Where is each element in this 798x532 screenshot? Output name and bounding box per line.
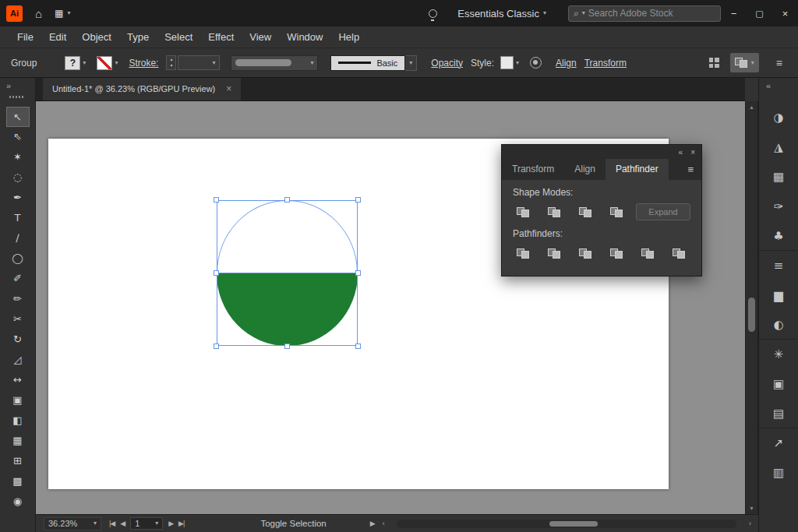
vertical-scrollbar[interactable]: ▲ ▼	[745, 101, 758, 514]
expand-button[interactable]: Expand	[636, 203, 690, 220]
line-segment-tool[interactable]: ∕	[7, 227, 29, 248]
brushes-panel-icon[interactable]: ✑	[759, 192, 798, 221]
selection-handle[interactable]	[355, 344, 361, 349]
rotate-tool[interactable]: ↻	[7, 329, 29, 349]
scroll-left-icon[interactable]: ‹	[383, 520, 384, 527]
arrange-documents-switcher[interactable]: ▦ ▾	[55, 8, 70, 19]
selection-handle[interactable]	[355, 270, 361, 276]
gradient-panel-icon[interactable]: ▆	[759, 280, 798, 310]
next-artboard-button[interactable]: ▶	[168, 520, 173, 527]
lasso-tool[interactable]: ◌	[7, 167, 29, 187]
width-profile-select[interactable]: ▾	[231, 55, 318, 71]
outline-button[interactable]	[637, 245, 658, 262]
fill-swatch[interactable]: ?	[65, 56, 80, 70]
layers-panel-icon[interactable]: ▤	[759, 399, 798, 428]
free-transform-tool[interactable]: ▣	[7, 389, 29, 410]
menu-item[interactable]: Help	[330, 26, 367, 48]
intersect-button[interactable]	[575, 203, 595, 220]
transform-label[interactable]: Transform	[584, 58, 627, 69]
eyedropper-tool[interactable]: ◉	[7, 491, 29, 511]
pen-tool[interactable]: ✒	[7, 187, 29, 207]
status-display[interactable]: Toggle Selection	[260, 519, 326, 528]
shape-builder-tool[interactable]: ◧	[7, 410, 29, 430]
menu-item[interactable]: Effect	[200, 26, 242, 48]
graphic-styles-panel-icon[interactable]: ▣	[759, 369, 798, 399]
brush-definition-chevron[interactable]: ▾	[405, 55, 417, 71]
type-tool[interactable]: T	[7, 207, 29, 227]
first-artboard-button[interactable]: |◀	[109, 520, 115, 527]
crop-button[interactable]	[606, 245, 627, 262]
selected-shape[interactable]	[217, 200, 358, 346]
menu-item[interactable]: Window	[279, 26, 330, 48]
stroke-none-swatch[interactable]	[97, 56, 112, 70]
width-tool[interactable]: ↔	[7, 369, 29, 389]
minus-front-button[interactable]	[544, 203, 564, 220]
minimize-button[interactable]: −	[721, 0, 747, 26]
menu-item[interactable]: Type	[119, 26, 157, 48]
expand-toolbar-icon[interactable]: »	[6, 81, 11, 90]
selection-handle[interactable]	[355, 197, 361, 203]
merge-button[interactable]	[575, 245, 595, 262]
drag-grip-icon[interactable]	[9, 96, 25, 98]
menu-item[interactable]: Object	[74, 26, 119, 48]
graphic-style-swatch[interactable]	[500, 56, 514, 69]
shape-modes-quick-button[interactable]: ▾	[730, 53, 759, 72]
menu-item[interactable]: File	[9, 26, 41, 48]
trim-button[interactable]	[544, 245, 564, 262]
minus-back-button[interactable]	[669, 245, 689, 262]
tab-transform[interactable]: Transform	[502, 159, 564, 180]
transparency-panel-icon[interactable]: ◐	[759, 310, 798, 340]
selection-tool[interactable]: ↖	[7, 107, 29, 126]
vertical-scroll-thumb[interactable]	[748, 298, 755, 332]
horizontal-scrollbar[interactable]	[397, 520, 736, 528]
last-artboard-button[interactable]: ▶|	[178, 520, 184, 527]
gradient-tool[interactable]: ▩	[7, 470, 29, 491]
panel-menu-icon[interactable]: ≡	[687, 159, 701, 180]
scroll-right-icon[interactable]: ›	[749, 520, 750, 527]
status-menu-arrow-icon[interactable]: ▶	[370, 520, 375, 527]
stroke-weight-select[interactable]: ▾	[178, 55, 220, 70]
scroll-up-icon[interactable]: ▲	[746, 104, 757, 110]
menu-item[interactable]: Select	[157, 26, 200, 48]
symbols-panel-icon[interactable]: ♣	[759, 221, 798, 251]
fill-color-control[interactable]: ? ▾	[65, 56, 86, 70]
exclude-button[interactable]	[606, 203, 627, 220]
stepper-down-icon[interactable]: ▾	[170, 63, 172, 69]
paintbrush-tool[interactable]: ✐	[7, 268, 29, 288]
maximize-button[interactable]: ▢	[747, 0, 772, 26]
magic-wand-tool[interactable]: ✶	[7, 146, 29, 167]
stroke-color-control[interactable]: ▾	[97, 56, 118, 70]
workspace-select[interactable]: Essentials Classic ▾	[457, 8, 546, 19]
recolor-artwork-icon[interactable]	[530, 57, 542, 69]
tab-pathfinder[interactable]: Pathfinder	[606, 159, 669, 180]
scissors-tool[interactable]: ✂	[7, 308, 29, 329]
search-input[interactable]	[588, 8, 690, 19]
brush-definition-select[interactable]: Basic	[330, 55, 405, 71]
selection-handle[interactable]	[214, 344, 219, 349]
arrange-documents-icon[interactable]	[709, 58, 719, 68]
home-icon[interactable]: ⌂	[35, 7, 42, 20]
unite-button[interactable]	[513, 203, 533, 220]
divide-button[interactable]	[513, 245, 533, 262]
selection-handle[interactable]	[214, 197, 219, 203]
horizontal-scroll-thumb[interactable]	[549, 521, 598, 527]
ellipse-tool[interactable]: ◯	[7, 248, 29, 268]
close-button[interactable]: ×	[772, 0, 798, 26]
stock-search-box[interactable]: ⌕ ▾	[568, 5, 721, 22]
stroke-weight-stepper[interactable]: ▴ ▾	[166, 55, 176, 70]
panel-close-icon[interactable]: ×	[690, 148, 695, 157]
opacity-label[interactable]: Opacity	[431, 58, 463, 69]
stepper-up-icon[interactable]: ▴	[170, 57, 172, 62]
scroll-down-icon[interactable]: ▼	[746, 506, 757, 511]
pencil-tool[interactable]: ✏	[7, 288, 29, 308]
zoom-select[interactable]: 36.23% ▾	[44, 517, 101, 530]
perspective-grid-tool[interactable]: ▦	[7, 430, 29, 450]
direct-selection-tool[interactable]: ⇖	[7, 126, 29, 146]
selection-handle[interactable]	[284, 197, 290, 203]
tab-align[interactable]: Align	[564, 159, 606, 180]
prev-artboard-button[interactable]: ◀	[120, 520, 125, 527]
app-logo-icon[interactable]: Ai	[6, 5, 23, 22]
color-guide-panel-icon[interactable]: ◮	[759, 132, 798, 162]
menu-item[interactable]: View	[242, 26, 279, 48]
selection-handle[interactable]	[214, 270, 219, 276]
